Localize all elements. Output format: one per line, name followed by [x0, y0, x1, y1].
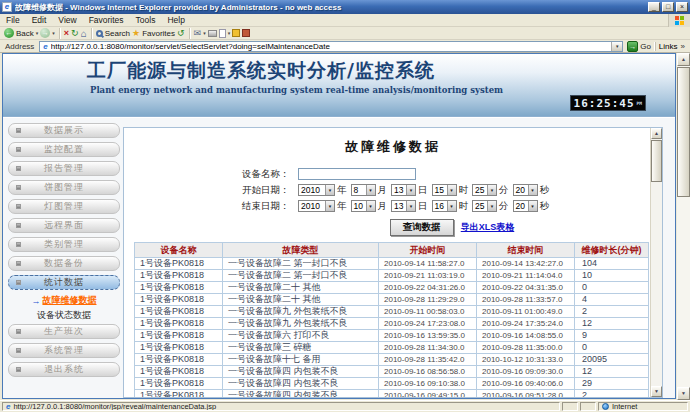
cell-end-time: 2010-09-24 17:35:24.0	[477, 318, 575, 330]
messenger-icon[interactable]	[232, 29, 240, 37]
close-button[interactable]: ×	[676, 2, 688, 12]
cell-end-time: 2010-09-16 09:51:28.0	[477, 390, 575, 399]
edit-page-icon[interactable]	[219, 29, 226, 38]
home-icon[interactable]: ⌂	[81, 28, 87, 39]
mail-dropdown-icon[interactable]: ▾	[203, 30, 206, 36]
restore-button[interactable]: □	[662, 2, 674, 12]
scroll-up-icon[interactable]: ▲	[651, 128, 662, 139]
sidebar-item[interactable]: 退出系统	[8, 362, 120, 377]
back-dropdown-icon[interactable]: ▾	[36, 30, 39, 36]
cell-start-time: 2010-09-16 13:59:35.0	[379, 330, 477, 342]
start-year-select[interactable]: 2010▾	[298, 184, 335, 196]
end-hour-select[interactable]: 16▾	[432, 200, 457, 212]
address-url[interactable]: http://127.0.0.1:8080/monitor/servlet/Se…	[51, 42, 611, 51]
menu-item[interactable]: Favorites	[83, 14, 130, 27]
menu-item[interactable]: File	[0, 14, 26, 27]
cell-start-time: 2010-09-16 09:10:38.0	[379, 378, 477, 390]
start-minute-select[interactable]: 25▾	[472, 184, 497, 196]
chevron-down-icon: ▾	[366, 201, 375, 211]
edit-dropdown-icon[interactable]: ▾	[228, 30, 231, 36]
cell-end-time: 2010-09-16 09:09:30.0	[477, 366, 575, 378]
sidebar-item[interactable]: 灯图管理	[8, 199, 120, 214]
sidebar-item[interactable]: 系统管理	[8, 343, 120, 358]
end-year-select[interactable]: 2010▾	[298, 200, 335, 212]
sidebar-item[interactable]: 监控配置	[8, 142, 120, 157]
sidebar-item[interactable]: 设备状态数据	[8, 309, 120, 322]
search-icon[interactable]	[96, 30, 103, 37]
windows-logo	[668, 14, 690, 27]
second-unit: 秒	[540, 184, 550, 197]
scroll-up-icon[interactable]: ▲	[677, 53, 690, 66]
history-icon[interactable]: ↺	[177, 28, 185, 38]
minute-unit: 分	[499, 184, 509, 197]
address-input[interactable]: e http://127.0.0.1:8080/monitor/servlet/…	[39, 41, 623, 52]
cell-end-time: 2010-09-28 11:33:57.0	[477, 294, 575, 306]
device-name-input[interactable]	[298, 168, 416, 180]
page-content: 工厂能源与制造系统实时分析/监控系统 Plant energy network …	[2, 53, 676, 399]
start-day-select[interactable]: 13▾	[391, 184, 416, 196]
bullet-icon	[16, 185, 21, 190]
menu-item[interactable]: Edit	[26, 14, 53, 27]
status-url-field: e http://127.0.0.1:8080/monitor/jsp/reve…	[2, 402, 560, 411]
end-minute-select[interactable]: 25▾	[472, 200, 497, 212]
discuss-icon[interactable]	[242, 29, 250, 37]
query-data-button[interactable]: 查询数据	[390, 219, 454, 236]
cell-duration: 10	[575, 270, 649, 282]
sidebar-item[interactable]: 数据展示	[8, 123, 120, 138]
go-button[interactable]: → Go	[627, 41, 651, 52]
day-unit: 日	[418, 200, 428, 213]
back-button-label[interactable]: Back	[16, 29, 34, 38]
arrow-icon: →	[32, 296, 41, 306]
address-dropdown-icon[interactable]: ▾	[611, 42, 622, 51]
print-icon[interactable]	[208, 30, 217, 37]
sidebar-item[interactable]: 报告管理	[8, 161, 120, 176]
status-url: http://127.0.0.1:8080/monitor/jsp/reveal…	[13, 402, 216, 411]
menu-item[interactable]: View	[52, 14, 82, 27]
sidebar-item[interactable]: 类别管理	[8, 237, 120, 252]
end-day-select[interactable]: 13▾	[391, 200, 416, 212]
links-label[interactable]: Links	[655, 42, 681, 51]
end-month-select[interactable]: 10▾	[351, 200, 376, 212]
cell-fault-type: 一号设备故障二 第一封口不良	[223, 258, 379, 270]
favorites-icon[interactable]: ★	[132, 28, 140, 38]
main-panel: 故障维修数据 设备名称： 开始日期： 2010▾年 8▾月 13▾日 15▾时 …	[123, 127, 663, 398]
cell-fault-type: 一号设备故障四 内包装不良	[223, 378, 379, 390]
favorites-button-label[interactable]: Favorites	[142, 29, 175, 38]
cell-device-name: 1号设备PK0818	[135, 306, 223, 318]
scrollbar-thumb[interactable]	[677, 67, 690, 197]
search-button-label[interactable]: Search	[105, 29, 130, 38]
sidebar-item[interactable]: → 故障维修数据	[8, 294, 120, 307]
chevron-down-icon: ▾	[447, 201, 456, 211]
sidebar-item[interactable]: 生产班次	[8, 324, 120, 339]
cell-duration: 2	[575, 390, 649, 399]
minimize-button[interactable]: _	[648, 2, 660, 12]
forward-dropdown-icon[interactable]: ▾	[52, 30, 55, 36]
start-hour-select[interactable]: 15▾	[432, 184, 457, 196]
refresh-icon[interactable]: ↻	[71, 28, 79, 38]
scrollbar-thumb[interactable]	[651, 140, 662, 182]
end-second-select[interactable]: 20▾	[513, 200, 538, 212]
chevron-down-icon: ▾	[325, 201, 334, 211]
start-second-select[interactable]: 20▾	[513, 184, 538, 196]
start-month-select[interactable]: 8▾	[351, 184, 376, 196]
sidebar-item[interactable]: 饼图管理	[8, 180, 120, 195]
export-xls-link[interactable]: 导出XLS表格	[461, 221, 515, 234]
mail-icon[interactable]: ✉	[194, 28, 202, 38]
windows-flag-icon	[675, 16, 684, 25]
cell-fault-type: 一号设备故障六 打印不良	[223, 330, 379, 342]
cell-start-time: 2010-09-21 11:03:19.0	[379, 270, 477, 282]
forward-icon[interactable]: →	[40, 28, 50, 38]
cell-end-time: 2010-10-12 10:31:33.0	[477, 354, 575, 366]
sidebar-item[interactable]: 远程界面	[8, 218, 120, 233]
back-icon[interactable]: ←	[4, 28, 14, 38]
stop-icon[interactable]: ×	[64, 28, 69, 38]
menu-item[interactable]: Tools	[130, 14, 162, 27]
cell-duration: 0	[575, 282, 649, 294]
links-chevron-icon[interactable]: »	[681, 42, 688, 51]
sidebar-item-label: 远程界面	[44, 219, 84, 232]
sidebar-item[interactable]: 统计数据	[8, 275, 120, 290]
scroll-down-icon[interactable]: ▼	[651, 386, 662, 397]
menu-item[interactable]: Help	[161, 14, 190, 27]
sidebar-item[interactable]: 数据备份	[8, 256, 120, 271]
scroll-down-icon[interactable]: ▼	[677, 387, 690, 400]
